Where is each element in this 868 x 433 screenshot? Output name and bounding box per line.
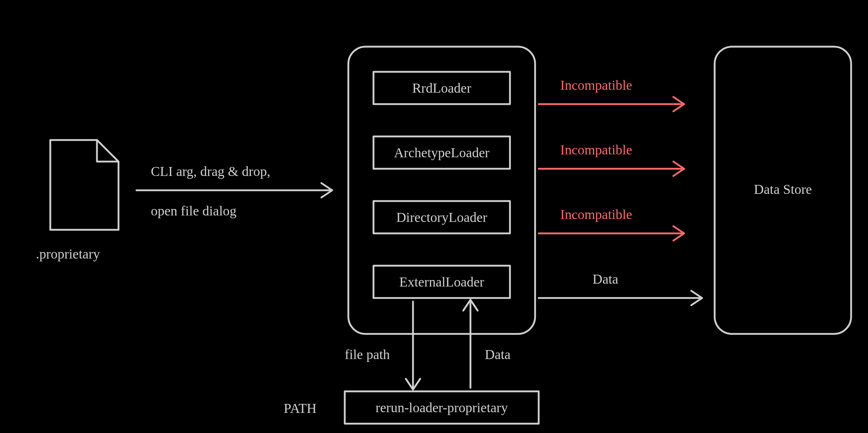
result-arrow-directory bbox=[539, 226, 684, 241]
result-label-rrd: Incompatible bbox=[560, 78, 632, 93]
data-up-arrow bbox=[463, 300, 478, 388]
loader-label-rrd: RrdLoader bbox=[412, 80, 472, 96]
path-label: PATH bbox=[284, 401, 317, 416]
loader-label-external: ExternalLoader bbox=[399, 274, 484, 289]
result-label-archetype: Incompatible bbox=[560, 142, 632, 157]
input-arrow-label-1: CLI arg, drag & drop, bbox=[151, 164, 270, 179]
result-arrow-external bbox=[539, 291, 702, 305]
file-icon bbox=[50, 140, 119, 230]
result-label-external: Data bbox=[593, 271, 618, 287]
file-path-arrow bbox=[406, 302, 420, 390]
result-label-directory: Incompatible bbox=[560, 207, 632, 222]
data-store-label: Data Store bbox=[754, 182, 812, 197]
input-arrow bbox=[136, 183, 332, 197]
data-up-label: Data bbox=[485, 347, 511, 362]
external-binary-label: rerun-loader-proprietary bbox=[376, 400, 508, 415]
file-path-label: file path bbox=[345, 347, 390, 362]
loader-label-directory: DirectoryLoader bbox=[396, 210, 487, 225]
file-extension-label: .proprietary bbox=[36, 246, 100, 261]
result-arrow-rrd bbox=[539, 97, 684, 111]
loader-label-archetype: ArchetypeLoader bbox=[394, 145, 489, 160]
input-arrow-label-2: open file dialog bbox=[151, 203, 236, 218]
result-arrow-archetype bbox=[539, 162, 684, 176]
